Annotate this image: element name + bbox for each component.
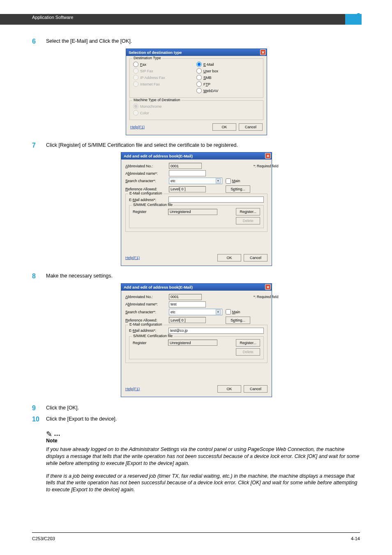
note-paragraph-2: If there is a job being executed or a re… [46,473,361,494]
value-register: Unregistered [168,340,217,346]
close-icon[interactable]: ✕ [260,49,266,55]
group-title-email-config: E-Mail configuration [128,191,164,195]
help-link[interactable]: Help(F1) [125,256,140,260]
checkbox-main[interactable]: Main [226,178,250,184]
select-search-char[interactable]: etc ▾ [169,309,222,315]
dialog-add-edit-address-a: Add and edit of address book(E-Mail) ✕ A… [121,152,272,266]
radio-webdav[interactable]: WebDAV [196,88,260,94]
cancel-button[interactable]: Cancel [244,254,267,261]
label-email-address: E-Mail address*: [129,198,165,202]
chevron-down-icon: ▾ [216,178,221,183]
label-abbr-name: Abbreviated name*: [125,171,166,176]
select-search-char-value: etc [171,310,175,314]
step-text-10: Click the [Export to the device]. [46,416,117,423]
note-paragraph-1: If you have already logged on to the Adm… [46,446,361,467]
radio-ftp[interactable]: FTP [196,81,260,88]
note-icon: ✎ [46,430,52,438]
value-abbr-no: 0001 [169,163,202,169]
step-text-6: Select the [E-Mail] and Click the [OK]. [46,38,132,45]
footer-model: C253/C203 [32,536,55,541]
group-title-smime: S/MIME Certification file [132,334,174,338]
delete-button: Delete [236,348,260,356]
header-title: Application Software [32,15,73,20]
cancel-button[interactable]: Cancel [244,385,267,393]
dialog-title-text: Selection of destination type [129,50,182,55]
close-icon[interactable]: ✕ [265,284,271,290]
cancel-button[interactable]: Cancel [239,123,263,131]
help-link[interactable]: Help(F1) [130,125,145,129]
input-email-address[interactable] [168,197,264,203]
group-title-machine-type: Machine Type of Destination [132,98,181,102]
step-number-9: 9 [32,405,46,412]
label-abbr-name: Abbreviated name*: [125,302,166,306]
label-register: Register [133,210,165,214]
setting-button[interactable]: Setting... [226,185,250,193]
note-label: Note [46,438,361,444]
dialog-selection-destination-type: Selection of destination type ✕ Destinat… [126,49,267,135]
step-text-7: Click [Register] of S/MIME Certification… [46,142,238,149]
value-reference-allowed: Level[ 0 ] [169,317,206,323]
radio-internet-fax: Internet Fax [133,81,196,88]
label-reference-allowed: Reference Allowed: [125,187,166,191]
select-search-char[interactable]: etc ▾ [169,178,222,184]
input-email-address[interactable] [168,328,264,334]
footer-divider [32,532,360,533]
input-abbr-name[interactable] [169,301,206,308]
radio-fax[interactable]: Fax [133,61,196,68]
dialog-title-text: Add and edit of address book(E-Mail) [124,285,193,289]
step-number-6: 6 [32,38,46,45]
radio-ip-address-fax: IP Address Fax [133,74,196,81]
step-number-7: 7 [32,142,46,149]
register-button[interactable]: Register... [236,208,260,215]
help-link[interactable]: Help(F1) [125,387,140,391]
group-title-destination-type: Destination Type [132,56,162,60]
chevron-down-icon: ▾ [216,310,221,314]
ok-button[interactable]: OK [212,123,236,131]
required-field-note: *: Required field [254,295,278,299]
dialog-title: Add and edit of address book(E-Mail) ✕ [121,153,272,160]
footer-page: 4-14 [351,536,360,541]
value-abbr-no: 0001 [169,294,202,300]
input-abbr-name[interactable] [169,170,206,176]
step-number-8: 8 [32,273,46,280]
delete-button: Delete [236,217,260,224]
group-title-smime: S/MIME Certification file [132,203,174,207]
radio-userbox[interactable]: User box [196,68,260,74]
select-search-char-value: etc [171,179,175,183]
label-abbr-no: Abbreviated No.: [125,164,166,168]
radio-smb[interactable]: SMB [196,74,260,81]
label-reference-allowed: Reference Allowed: [125,318,166,322]
radio-color: Color [133,110,260,116]
value-reference-allowed: Level[ 0 ] [169,186,206,192]
step-number-10: 10 [32,416,46,423]
ellipsis-icon: … [54,430,61,437]
dialog-add-edit-address-b: Add and edit of address book(E-Mail) ✕ A… [121,283,272,397]
label-abbr-no: Abbreviated No.: [125,295,166,299]
ok-button[interactable]: OK [217,254,241,261]
dialog-title-text: Add and edit of address book(E-Mail) [124,154,193,158]
checkbox-main[interactable]: Main [226,309,250,314]
label-email-address: E-Mail address*: [129,328,165,333]
radio-email[interactable]: E-Mail [196,61,260,68]
radio-sip-fax: SIP Fax [133,68,196,74]
ok-button[interactable]: OK [217,385,241,393]
setting-button[interactable]: Setting... [226,317,250,324]
required-field-note: *: Required field [254,164,278,168]
chapter-number: 4 [353,11,360,24]
dialog-title: Add and edit of address book(E-Mail) ✕ [121,284,272,291]
value-register: Unregistered [168,209,217,215]
close-icon[interactable]: ✕ [265,153,271,159]
register-button[interactable]: Register... [236,339,260,347]
step-text-9: Click the [OK]. [46,405,79,412]
label-search-char: Search character*: [125,179,166,183]
step-text-8: Make the necessary settings. [46,273,113,280]
group-title-email-config: E-Mail configuration [128,322,164,326]
label-register: Register [133,341,165,345]
radio-monochrome: Monochrome [133,103,260,110]
dialog-title: Selection of destination type ✕ [126,49,267,56]
label-search-char: Search character*: [125,310,166,314]
